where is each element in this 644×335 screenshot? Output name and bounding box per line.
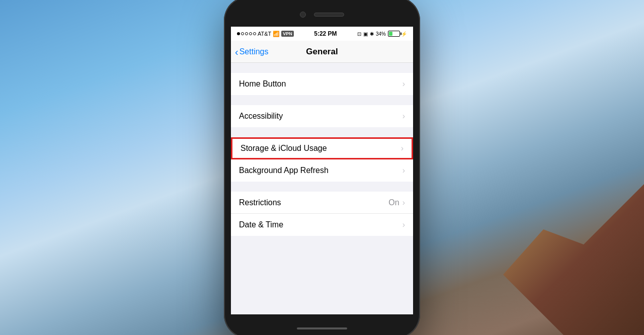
- row-background-app-refresh[interactable]: Background App Refresh ›: [231, 159, 413, 182]
- row-accessibility[interactable]: Accessibility ›: [231, 105, 413, 127]
- wifi-icon: 📶: [273, 31, 280, 37]
- nav-bar: ‹ Settings General: [231, 41, 413, 63]
- signal-dot-5: [253, 32, 256, 35]
- section-gap-1: [231, 63, 413, 73]
- status-bar: AT&T 📶 VPN 5:22 PM ⊡ ▣ ✱ 34% ⚡: [231, 27, 413, 41]
- chevron-right-icon-3: ›: [401, 144, 404, 153]
- battery-percent: 34%: [376, 31, 386, 37]
- phone-camera: [300, 12, 306, 18]
- background-app-refresh-label: Background App Refresh: [239, 166, 403, 175]
- section-gap-3: [231, 127, 413, 137]
- chevron-right-icon-2: ›: [403, 112, 405, 121]
- chevron-right-icon: ›: [403, 79, 405, 89]
- date-time-label: Date & Time: [239, 220, 403, 229]
- photos-icon: ▣: [363, 31, 368, 37]
- charging-icon: ⚡: [401, 31, 407, 37]
- home-indicator: [297, 327, 347, 329]
- accessibility-label: Accessibility: [239, 112, 403, 121]
- phone-screen: AT&T 📶 VPN 5:22 PM ⊡ ▣ ✱ 34% ⚡: [231, 27, 413, 314]
- status-left: AT&T 📶 VPN: [237, 31, 294, 37]
- home-button-label: Home Button: [239, 79, 403, 89]
- battery-icon: [388, 31, 400, 37]
- screen-mirror-icon: ⊡: [357, 31, 361, 37]
- signal-dot-4: [249, 32, 252, 35]
- phone-speaker: [314, 13, 344, 17]
- section-gap-2: [231, 95, 413, 105]
- signal-dots: [237, 32, 256, 35]
- signal-dot-1: [237, 32, 240, 35]
- chevron-right-icon-5: ›: [403, 198, 405, 207]
- battery-fill: [389, 32, 392, 36]
- back-button[interactable]: ‹ Settings: [235, 47, 268, 57]
- carrier-label: AT&T: [258, 31, 271, 37]
- battery-container: ⚡: [388, 31, 407, 37]
- phone-bottom: [224, 318, 420, 335]
- row-storage-icloud[interactable]: Storage & iCloud Usage ›: [231, 137, 413, 159]
- row-date-time[interactable]: Date & Time ›: [231, 214, 413, 236]
- settings-group-4: Restrictions On › Date & Time ›: [231, 192, 413, 236]
- chevron-right-icon-6: ›: [403, 220, 405, 229]
- chevron-right-icon-4: ›: [403, 166, 405, 175]
- row-restrictions[interactable]: Restrictions On ›: [231, 192, 413, 214]
- phone-device: AT&T 📶 VPN 5:22 PM ⊡ ▣ ✱ 34% ⚡: [224, 0, 420, 335]
- settings-group-1: Home Button ›: [231, 73, 413, 95]
- settings-group-3: Storage & iCloud Usage › Background App …: [231, 137, 413, 182]
- restrictions-value: On: [388, 198, 399, 207]
- status-time: 5:22 PM: [314, 30, 337, 37]
- vpn-badge: VPN: [281, 31, 294, 37]
- settings-content: Home Button › Accessibility › Storage & …: [231, 63, 413, 314]
- signal-dot-2: [241, 32, 244, 35]
- page-title: General: [306, 47, 338, 57]
- phone-top-bar: [224, 0, 420, 27]
- section-gap-4: [231, 182, 413, 192]
- back-chevron-icon: ‹: [235, 47, 238, 57]
- row-home-button[interactable]: Home Button ›: [231, 73, 413, 95]
- signal-dot-3: [245, 32, 248, 35]
- storage-icloud-label: Storage & iCloud Usage: [240, 144, 401, 153]
- status-right: ⊡ ▣ ✱ 34% ⚡: [357, 31, 407, 37]
- bluetooth-icon: ✱: [370, 31, 374, 37]
- settings-group-2: Accessibility ›: [231, 105, 413, 127]
- back-label: Settings: [239, 47, 269, 56]
- restrictions-label: Restrictions: [239, 198, 388, 207]
